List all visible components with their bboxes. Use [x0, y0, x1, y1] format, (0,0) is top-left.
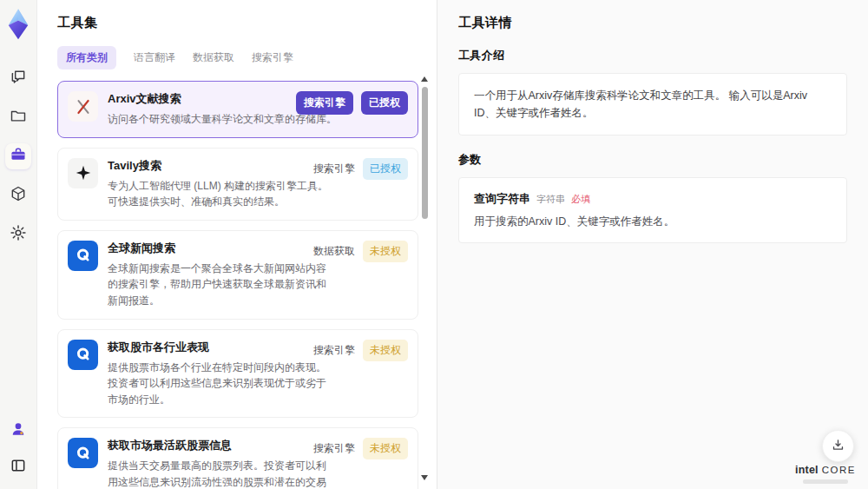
- tool-card-list: Arxiv文献搜索 访问各个研究领域大量科学论文和文章的存储库。 搜索引擎 已授…: [57, 81, 418, 489]
- user-avatar-icon: [10, 420, 27, 441]
- param-description: 用于搜索的Arxiv ID、关键字或作者姓名。: [474, 215, 832, 229]
- q-logo-icon: [68, 241, 98, 271]
- tool-details-panel: 工具详情 工具介绍 一个用于从Arxiv存储库搜索科学论文和文章的工具。 输入可…: [437, 0, 868, 489]
- tab-search-engine[interactable]: 搜索引擎: [252, 46, 293, 69]
- sidebar-item-models[interactable]: [5, 182, 31, 208]
- tool-title: 全球新闻搜索: [108, 241, 335, 256]
- tool-title: 获取市场最活跃股票信息: [108, 438, 335, 453]
- tools-panel: 工具集 所有类别 语言翻译 数据获取 搜索引擎 Arxiv文献搜索 访问各个研究…: [37, 0, 437, 489]
- tool-description: 提供股票市场各个行业在特定时间段内的表现。投资者可以利用这些信息来识别表现优于或…: [108, 360, 335, 408]
- tool-card-sector-performance[interactable]: 获取股市各行业表现 提供股票市场各个行业在特定时间段内的表现。投资者可以利用这些…: [57, 329, 418, 419]
- card-badges: 搜索引擎 已授权: [296, 91, 408, 115]
- sidebar-collapse-button[interactable]: [5, 454, 31, 480]
- params-heading: 参数: [458, 152, 847, 168]
- tab-data-acquisition[interactable]: 数据获取: [193, 46, 234, 69]
- sidebar-nav: [5, 65, 31, 248]
- briefcase-icon: [10, 146, 27, 167]
- card-badges: 搜索引擎 未授权: [313, 340, 408, 361]
- sidebar-bottom: [5, 418, 31, 480]
- brand-core-text: CORE: [822, 465, 856, 475]
- tool-card-arxiv[interactable]: Arxiv文献搜索 访问各个研究领域大量科学论文和文章的存储库。 搜索引擎 已授…: [57, 81, 418, 138]
- folder-icon: [10, 107, 27, 128]
- auth-status-badge: 未授权: [363, 241, 408, 262]
- auth-status-badge: 未授权: [363, 438, 408, 459]
- sidebar-rail: [0, 0, 37, 489]
- sidebar-item-settings[interactable]: [5, 221, 31, 248]
- category-badge: 搜索引擎: [296, 91, 353, 115]
- app-window: 工具集 所有类别 语言翻译 数据获取 搜索引擎 Arxiv文献搜索 访问各个研究…: [0, 0, 868, 489]
- intel-core-logo: intelCORE: [795, 465, 856, 484]
- collapse-panel-icon: [10, 457, 27, 478]
- param-required-flag: 必填: [571, 193, 590, 206]
- chat-icon: [10, 68, 27, 89]
- category-label: 搜索引擎: [313, 441, 355, 456]
- tool-description: 全球新闻搜索是一个聚合全球各大新闻网站内容的搜索引擎，帮助用户快速获取全球最新资…: [108, 261, 335, 309]
- cube-icon: [10, 185, 27, 206]
- brand-intel-text: intel: [795, 464, 819, 476]
- auth-status-badge: 已授权: [363, 158, 408, 180]
- card-badges: 搜索引擎 未授权: [313, 438, 408, 459]
- sidebar-item-tools[interactable]: [5, 143, 31, 169]
- tool-card-active-stocks[interactable]: 获取市场最活跃股票信息 提供当天交易量最高的股票列表。投资者可以利用这些信息来识…: [57, 427, 418, 489]
- param-header: 查询字符串 字符串 必填: [474, 191, 832, 207]
- category-tabs: 所有类别 语言翻译 数据获取 搜索引擎: [57, 46, 437, 69]
- tool-intro-box: 一个用于从Arxiv存储库搜索科学论文和文章的工具。 输入可以是Arxiv ID…: [458, 73, 847, 135]
- sidebar-item-files[interactable]: [5, 104, 31, 130]
- intro-heading: 工具介绍: [458, 48, 847, 63]
- brand-subline: [803, 479, 848, 484]
- tab-all-categories[interactable]: 所有类别: [57, 46, 116, 69]
- tab-language-translation[interactable]: 语言翻译: [134, 46, 175, 69]
- category-label: 数据获取: [313, 244, 355, 259]
- tool-description: 专为人工智能代理 (LLM) 构建的搜索引擎工具。可快速提供实时、准确和真实的结…: [108, 178, 335, 210]
- arxiv-logo-icon: [68, 91, 98, 122]
- card-badges: 搜索引擎 已授权: [313, 158, 408, 180]
- auth-status-badge: 未授权: [363, 340, 408, 361]
- sidebar-item-chat[interactable]: [5, 65, 31, 91]
- tool-title: Tavily搜索: [108, 158, 335, 174]
- app-logo-gem-icon: [5, 8, 31, 39]
- gear-icon: [10, 224, 27, 245]
- list-scrollbar: [421, 76, 429, 480]
- download-icon: [831, 438, 845, 455]
- card-badges: 数据获取 未授权: [313, 241, 408, 262]
- q-logo-icon: [68, 438, 98, 468]
- tool-title: 获取股市各行业表现: [108, 340, 335, 355]
- tavily-star-icon: [68, 158, 98, 188]
- category-label: 搜索引擎: [313, 343, 355, 358]
- scrollbar-thumb[interactable]: [422, 87, 428, 219]
- auth-status-badge: 已授权: [361, 91, 408, 115]
- scroll-up-arrow[interactable]: [421, 76, 428, 82]
- tools-page-title: 工具集: [57, 15, 437, 31]
- download-button[interactable]: [822, 430, 854, 462]
- param-type: 字符串: [536, 193, 565, 206]
- q-logo-icon: [68, 340, 98, 370]
- details-title: 工具详情: [458, 15, 847, 31]
- scroll-down-arrow[interactable]: [421, 475, 428, 480]
- sidebar-item-account[interactable]: [5, 418, 31, 444]
- tool-card-global-news[interactable]: 全球新闻搜索 全球新闻搜索是一个聚合全球各大新闻网站内容的搜索引擎，帮助用户快速…: [57, 230, 418, 320]
- tool-card-tavily[interactable]: Tavily搜索 专为人工智能代理 (LLM) 构建的搜索引擎工具。可快速提供实…: [57, 148, 418, 221]
- category-label: 搜索引擎: [313, 162, 355, 176]
- param-box: 查询字符串 字符串 必填 用于搜索的Arxiv ID、关键字或作者姓名。: [458, 177, 847, 243]
- param-name: 查询字符串: [474, 191, 530, 207]
- tool-description: 提供当天交易量最高的股票列表。投资者可以利用这些信息来识别流动性强的股票和潜在的…: [108, 458, 335, 489]
